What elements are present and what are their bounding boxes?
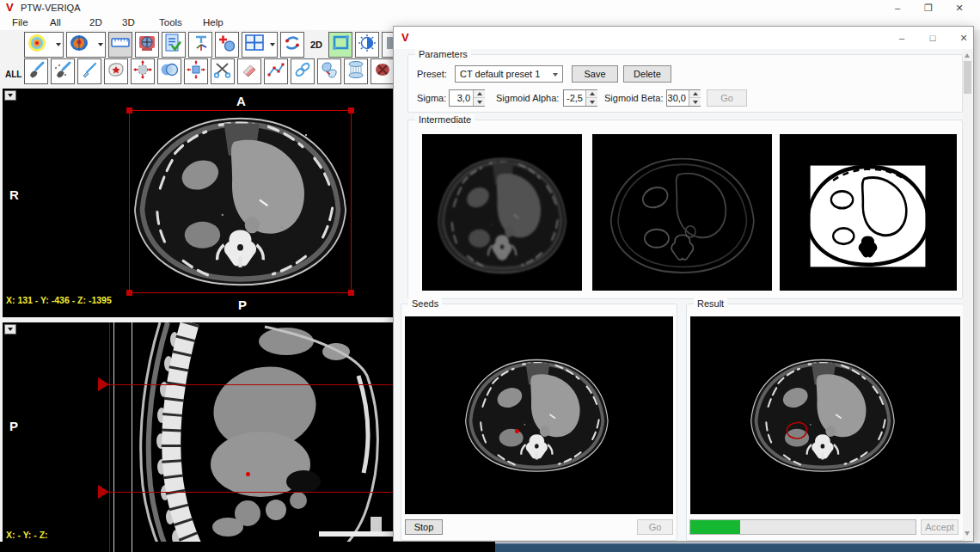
seeds-image[interactable] (405, 316, 673, 514)
taskbar[interactable] (495, 543, 980, 552)
move-resize-icon (187, 60, 205, 83)
result-contour (785, 421, 809, 440)
move-contour-button[interactable] (184, 58, 208, 84)
menu-3d[interactable]: 3D (122, 17, 135, 28)
beam-device-button[interactable] (135, 32, 159, 58)
scroll-up-icon[interactable] (965, 53, 970, 58)
sigma-spinbox[interactable]: 3,0 (449, 89, 485, 107)
preset-value: CT default preset 1 (460, 69, 540, 79)
delete-contour-button[interactable] (371, 58, 395, 84)
profile-line-1[interactable] (113, 322, 114, 552)
brush-button[interactable] (24, 58, 48, 84)
main-titlebar: V PTW-VERIQA – ❐ ✕ (0, 0, 980, 15)
menu-file[interactable]: File (12, 17, 28, 28)
slice-marker-upper-icon[interactable] (98, 377, 109, 391)
profile-line-2[interactable] (132, 322, 132, 552)
magic-wand-lasso-button[interactable] (104, 58, 128, 84)
spin-up-button[interactable] (689, 90, 701, 98)
reference-line-vertical-red[interactable] (109, 322, 110, 552)
image-colormap-button[interactable] (66, 32, 106, 58)
viewport-axial[interactable]: A R P X: 131 - Y: -436 - Z: -1395 Scalar… (3, 89, 393, 317)
pen-button[interactable] (77, 58, 101, 84)
parameters-go-button[interactable]: Go (707, 89, 747, 107)
add-point-icon (217, 34, 236, 56)
crop-region-button[interactable] (328, 32, 352, 58)
dialog-minimize-button[interactable]: – (891, 30, 913, 46)
stop-button[interactable]: Stop (405, 519, 443, 535)
ruler-button[interactable] (108, 32, 132, 58)
result-image[interactable] (690, 316, 960, 514)
spin-up-button[interactable] (586, 90, 597, 98)
minimize-button[interactable]: – (885, 1, 910, 15)
roi-handle-ne[interactable] (348, 107, 354, 113)
brain-colormap-icon (70, 34, 89, 55)
viewport-layout-button[interactable] (242, 32, 278, 58)
union-circles-icon (160, 62, 179, 81)
intermediate-sigmoid-image[interactable] (780, 134, 957, 291)
link-contours-button[interactable] (291, 58, 315, 84)
plan-axes-button[interactable] (188, 32, 212, 58)
roi-selection-rect[interactable] (129, 110, 352, 293)
viewport-menu-button[interactable] (4, 90, 16, 101)
preset-combobox[interactable]: CT default preset 1 (455, 65, 563, 83)
dialog-scrollbar[interactable] (963, 51, 972, 538)
combine-contours-button[interactable] (157, 58, 181, 84)
roi-handle-se[interactable] (348, 290, 354, 296)
slice-line-upper[interactable] (107, 384, 393, 385)
slice-marker-lower-icon[interactable] (98, 485, 109, 499)
beta-value: 30,0 (668, 93, 686, 103)
window-level-button[interactable] (355, 32, 379, 58)
restore-button[interactable]: ❐ (916, 1, 940, 15)
save-button[interactable]: Save (572, 65, 618, 83)
scroll-down-icon[interactable] (965, 531, 970, 536)
menu-2d[interactable]: 2D (89, 17, 102, 28)
erase-contour-button[interactable] (237, 58, 261, 84)
sigmoid-alpha-spinbox[interactable]: -2,5 (563, 89, 597, 107)
copy-contour-button[interactable] (317, 58, 341, 84)
viewport-sagittal[interactable]: P X: - Y: - Z: Scalar Value: Dose Value:… (3, 322, 393, 552)
rotate-view-button[interactable] (280, 32, 304, 58)
up-arrow-icon (477, 92, 482, 95)
preset-label: Preset: (417, 65, 447, 83)
eraser-icon (240, 61, 259, 82)
lasso-star-icon (107, 60, 126, 83)
cut-contour-button[interactable] (211, 58, 235, 84)
spin-down-button[interactable] (586, 98, 597, 106)
chevron-down-icon (8, 94, 13, 97)
intermediate-group: Intermediate (407, 120, 963, 299)
seeds-go-button[interactable]: Go (637, 519, 673, 535)
scrollbar-thumb[interactable] (964, 61, 971, 94)
dropdown-arrow-icon[interactable] (270, 43, 275, 46)
interpolate-contours-button[interactable] (344, 58, 368, 84)
intermediate-smoothed-image[interactable] (422, 134, 582, 291)
menu-tools[interactable]: Tools (159, 17, 182, 28)
dropdown-arrow-icon[interactable] (56, 43, 61, 46)
polygon-button[interactable] (264, 58, 288, 84)
region-grow-button[interactable] (131, 58, 155, 84)
dialog-maximize-button[interactable]: □ (922, 30, 944, 46)
down-arrow-icon (693, 101, 698, 104)
dose-display-button[interactable] (24, 32, 64, 58)
roi-handle-nw[interactable] (126, 107, 132, 113)
roi-handle-sw[interactable] (126, 290, 132, 296)
add-point-button[interactable] (215, 32, 239, 58)
accept-button[interactable]: Accept (921, 519, 959, 535)
seeds-group: Seeds Stop Go (401, 304, 677, 541)
spin-down-button[interactable] (474, 98, 485, 106)
toolbar-row-roi (24, 58, 395, 84)
interpolate-icon (346, 60, 365, 83)
viewport-menu-button[interactable] (4, 324, 16, 334)
close-button[interactable]: ✕ (947, 1, 971, 15)
slice-line-lower[interactable] (107, 492, 393, 493)
delete-button[interactable]: Delete (623, 65, 671, 83)
dropdown-arrow-icon[interactable] (98, 43, 103, 46)
intermediate-gradient-image[interactable] (592, 134, 772, 291)
menu-help[interactable]: Help (203, 17, 224, 28)
spin-up-button[interactable] (474, 90, 485, 98)
dialog-close-button[interactable]: ✕ (952, 30, 975, 46)
smart-brush-button[interactable] (51, 58, 75, 84)
spin-down-button[interactable] (689, 98, 701, 106)
sigmoid-beta-spinbox[interactable]: 30,0 (666, 89, 701, 107)
plan-approve-button[interactable] (162, 32, 186, 58)
menu-all[interactable]: All (50, 17, 61, 28)
